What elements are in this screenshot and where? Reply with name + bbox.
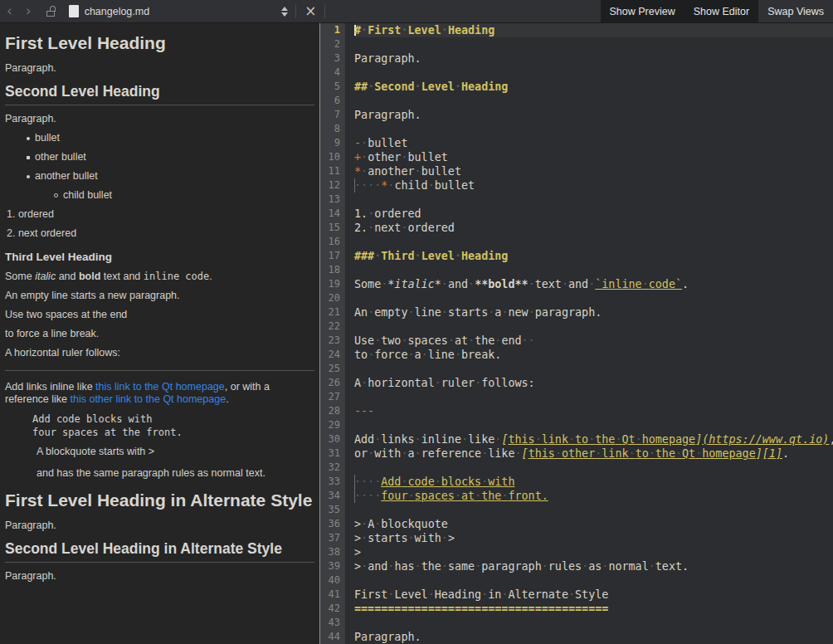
line-number: 42 [320,602,340,616]
code-line: Add code blocks with [32,412,314,426]
whitespace-dots: · [368,306,374,319]
editor-line[interactable]: Add·links·inline·like·[this·link·to·the·… [354,432,833,446]
editor-line[interactable]: 2.·next·ordered [354,221,833,235]
editor-line[interactable]: 1.·ordered [354,207,833,221]
preview-heading-1: First Level Heading [5,32,314,54]
show-preview-button[interactable]: Show Preview [601,0,684,22]
token: `inline·code` [595,278,682,290]
whitespace-dots: · [415,560,421,573]
editor-line[interactable] [354,503,833,517]
whitespace-dots: · [562,278,568,290]
line-number: 19 [320,277,340,291]
editor-line[interactable]: A·horizontal·ruler·follows: [354,376,833,390]
tab-title[interactable]: changelog.md [85,6,157,17]
editor-line[interactable]: > [354,545,833,559]
editor-line[interactable]: ····Add·code·blocks·with [354,475,833,489]
editor-line[interactable]: Paragraph. [354,630,833,644]
editor-line[interactable]: >·starts·with·> [354,531,833,545]
preview-link[interactable]: this other link to the Qt homepage [71,393,227,405]
editor-line[interactable]: First·Level·Heading·in·Alternate·Style [354,588,833,602]
editor-line[interactable]: or·with·a·reference·like·[this·other·lin… [354,446,833,461]
whitespace-dots: · [468,278,475,290]
editor-line[interactable]: Use·two·spaces·at·the·end·· [354,334,833,348]
whitespace-dots: · [408,349,415,361]
whitespace-dots: · [602,560,608,573]
preview-link[interactable]: this link to the Qt homepage [95,381,225,393]
markdown-preview-pane[interactable]: First Level HeadingParagraph.Second Leve… [0,23,319,644]
whitespace-dots: · [695,447,702,460]
editor-line[interactable] [354,94,833,108]
whitespace-dots: · [481,476,488,488]
document-selector-icon[interactable] [274,7,295,17]
nav-forward-icon[interactable]: › [19,4,38,18]
whitespace-dots: · [374,334,381,347]
editor-line[interactable]: An·empty·line·starts·a·new·paragraph. [354,305,833,320]
line-number: 33 [320,475,340,489]
whitespace-dots: · [361,518,368,530]
token: + [354,151,361,163]
whitespace-dots: · [361,137,368,149]
editor-line[interactable]: *·another·bullet [354,164,833,178]
editor-line[interactable] [354,263,833,277]
whitespace-dots: · [441,560,448,573]
editor-line[interactable] [354,193,833,207]
line-number: 23 [320,334,340,348]
editor-line[interactable]: Some·*italic*·and·**bold**·text·and·`inl… [354,277,833,291]
whitespace-dots: · [435,476,441,488]
unlock-icon[interactable] [45,5,57,17]
editor-line[interactable] [354,122,833,136]
editor-line[interactable]: ###·Third·Level·Heading [354,249,833,263]
editor-line[interactable] [354,362,833,376]
preview-text: text and [100,271,143,282]
editor-line[interactable] [354,235,833,249]
editor-line[interactable]: #·First·Level·Heading [354,23,833,37]
editor-line[interactable] [354,390,833,404]
editor-line[interactable]: +·other·bullet [354,150,833,164]
line-number: 43 [320,616,340,630]
token: ##·Second·Level·Heading [354,80,508,93]
preview-paragraph: to force a line break. [5,328,314,340]
editor-line[interactable]: --- [354,404,833,418]
editor-line[interactable] [354,573,833,588]
whitespace-dots: · [475,560,481,573]
preview-text: Some [5,271,35,282]
editor-line[interactable]: ##·Second·Level·Heading [354,80,833,94]
whitespace-dots: · [441,24,448,37]
swap-views-button[interactable]: Swap Views [758,0,833,22]
close-tab-icon[interactable]: × [296,4,324,18]
editor-line[interactable]: Paragraph. [354,108,833,122]
show-editor-button[interactable]: Show Editor [684,0,758,22]
preview-text: inline code [144,271,209,282]
list-item: bullet [5,132,314,144]
preview-text: italic [35,271,56,282]
editor-line[interactable]: to·force·a·line·break. [354,348,833,362]
editor-line[interactable] [354,320,833,334]
editor-line[interactable]: ····*·child·bullet [354,178,833,193]
editor-line[interactable] [354,66,833,80]
editor-lines[interactable]: #·First·Level·HeadingParagraph.##·Second… [345,23,833,644]
editor-line[interactable]: -·bullet [354,136,833,150]
whitespace-dots: · [401,334,407,347]
line-number: 24 [320,348,340,362]
whitespace-dots: · [368,349,374,361]
whitespace-dots: · [361,151,368,163]
editor-line[interactable]: >·A·blockquote [354,517,833,531]
token: Paragraph. [354,109,421,121]
line-number: 11 [320,164,340,178]
preview-paragraph: Paragraph. [5,570,314,583]
editor-line[interactable]: Paragraph. [354,51,833,66]
editor-line[interactable]: ····four·spaces·at·the·front. [354,489,833,503]
editor-line[interactable] [354,37,833,51]
preview-paragraph: An empty line starts a new paragraph. [5,290,314,302]
nav-back-icon[interactable]: ‹ [0,4,19,18]
editor-line[interactable]: >·and·has·the·same·paragraph·rules·as·no… [354,559,833,573]
token: ·and· [441,278,475,290]
line-number: 20 [320,291,340,305]
markdown-editor-pane[interactable]: 1234567891011121314151617181920212223242… [319,23,833,644]
editor-line[interactable] [354,461,833,475]
editor-line[interactable] [354,291,833,305]
editor-line[interactable]: ====================================== [354,602,833,616]
editor-line[interactable] [354,418,833,432]
list-item: 1. ordered [5,208,314,221]
editor-line[interactable] [354,616,833,630]
